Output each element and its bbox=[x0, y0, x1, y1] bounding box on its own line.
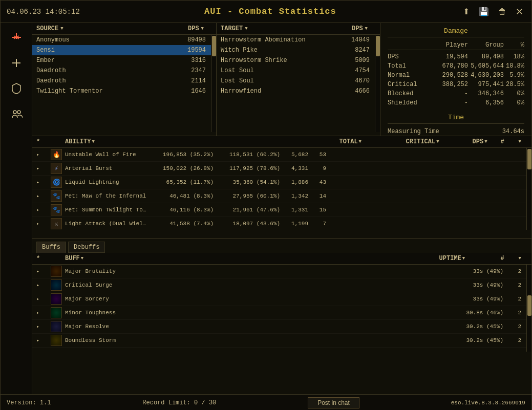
buff-row[interactable]: ▸ Critical Surge 33s (49%) 2 bbox=[32, 278, 531, 292]
target-sort-arrow: ▼ bbox=[245, 26, 247, 31]
source-row[interactable]: Anonymous89498 bbox=[32, 35, 216, 45]
buff-scrollbar-thumb[interactable] bbox=[527, 295, 531, 316]
top-panels: SOURCE ▼ DPS ▼ Anonymous89498Sensi19594E… bbox=[32, 23, 531, 136]
ability-name: Arterial Burst bbox=[65, 165, 147, 171]
buff-uptime: 30.2s (45%) bbox=[442, 337, 503, 343]
damage-stat-row: DPS19,59489,49818% bbox=[388, 52, 524, 61]
ability-total: 150,022 (26.8%) bbox=[147, 165, 214, 171]
target-rows: Harrowstorm Abomination14049Witch Pike82… bbox=[217, 35, 380, 96]
damage-stat-row: Blocked-346,3460% bbox=[388, 89, 524, 98]
buff-uptime: 30.8s (46%) bbox=[442, 310, 503, 316]
buff-uptime: 33s (49%) bbox=[442, 282, 503, 288]
ability-row[interactable]: ▸ 🌀 Liquid Lightning 65,352 (11.7%) 35,3… bbox=[32, 176, 531, 189]
buff-name: Major Brutality bbox=[65, 268, 442, 274]
source-row[interactable]: Ember3316 bbox=[32, 55, 216, 66]
target-row[interactable]: Harrowstorm Abomination14049 bbox=[217, 35, 380, 45]
main-content: SOURCE ▼ DPS ▼ Anonymous89498Sensi19594E… bbox=[1, 23, 531, 394]
sidebar-icon-crossbow[interactable] bbox=[7, 28, 26, 47]
target-row[interactable]: Witch Pike8247 bbox=[217, 45, 380, 55]
target-scrollbar[interactable] bbox=[375, 35, 380, 132]
target-scrollbar-thumb[interactable] bbox=[376, 36, 380, 56]
buff-icon bbox=[51, 293, 62, 305]
buff-count: 2 bbox=[503, 282, 521, 288]
ability-name: Liquid Lightning bbox=[65, 179, 147, 185]
target-dps-label: DPS bbox=[352, 25, 363, 32]
ability-rows-content: ▸ 🔥 Unstable Wall of Fire 196,853 (35.2%… bbox=[32, 148, 531, 230]
source-scrollbar[interactable] bbox=[211, 35, 216, 132]
ability-icon: 🐾 bbox=[51, 190, 62, 202]
buff-row[interactable]: ▸ Minor Toughness 30.8s (46%) 2 bbox=[32, 306, 531, 320]
ability-total: 65,352 (11.7%) bbox=[147, 179, 214, 185]
buff-scrollbar[interactable] bbox=[526, 265, 531, 352]
buff-row[interactable]: ▸ Major Sorcery 33s (49%) 2 bbox=[32, 292, 531, 306]
tab-debuffs[interactable]: Debuffs bbox=[68, 242, 105, 253]
ability-total: 46,116 (8.3%) bbox=[147, 207, 214, 213]
damage-stat-row: Normal290,5284,630,2035.9% bbox=[388, 71, 524, 80]
ability-total: 196,853 (35.2%) bbox=[147, 152, 214, 158]
ability-row[interactable]: ▸ 🔥 Unstable Wall of Fire 196,853 (35.2%… bbox=[32, 148, 531, 162]
target-row[interactable]: Harrowfiend4666 bbox=[217, 86, 380, 96]
ability-count: 53 bbox=[308, 152, 326, 158]
buff-icon bbox=[51, 266, 62, 277]
stats-panel: Damage Player Group % DPS19,59489,49818%… bbox=[380, 23, 531, 136]
ability-icon: ⚡ bbox=[51, 163, 62, 174]
tab-buffs[interactable]: Buffs bbox=[36, 242, 66, 253]
sidebar-icon-group[interactable] bbox=[7, 105, 26, 123]
buff-name: Major Sorcery bbox=[65, 296, 442, 302]
ability-col-total: TOTAL ▼ bbox=[339, 138, 406, 145]
sidebar-icon-shield[interactable] bbox=[7, 79, 26, 98]
source-row[interactable]: Sensi19594 bbox=[32, 45, 216, 55]
window-title: AUI - Combat Statistics bbox=[204, 7, 336, 16]
source-row[interactable]: Daedroth2347 bbox=[32, 66, 216, 76]
upload-button[interactable]: ⬆ bbox=[461, 6, 472, 17]
source-scrollbar-thumb[interactable] bbox=[212, 36, 216, 56]
source-sort-arrow: ▼ bbox=[60, 26, 63, 31]
buff-rows-content: ▸ Major Brutality 33s (49%) 2 ▸ Critical… bbox=[32, 265, 531, 348]
ability-dps: 1,342 bbox=[280, 193, 308, 199]
main-window: 04.06.23 14:05:12 AUI - Combat Statistic… bbox=[0, 0, 532, 410]
sidebar-icon-plus[interactable] bbox=[7, 54, 26, 72]
ability-dps: 1,199 bbox=[280, 221, 308, 227]
datetime-label: 04.06.23 14:05:12 bbox=[7, 8, 80, 16]
damage-col-player: Player bbox=[432, 41, 468, 49]
ability-row[interactable]: ▸ ⚔ Light Attack (Dual Wield) 41,538 (7.… bbox=[32, 217, 531, 230]
buff-count: 2 bbox=[503, 310, 521, 316]
target-row[interactable]: Lost Soul4754 bbox=[217, 66, 380, 76]
buff-count: 2 bbox=[503, 337, 521, 343]
source-dps-sort-arrow: ▼ bbox=[201, 26, 204, 31]
target-row[interactable]: Harrowstorm Shrike5009 bbox=[217, 55, 380, 66]
target-header: TARGET ▼ DPS ▼ bbox=[217, 23, 380, 35]
damage-header-row: Player Group % bbox=[388, 40, 524, 50]
ability-icon: ⚔ bbox=[51, 218, 62, 229]
ability-row[interactable]: ▸ 🐾 Pet: Maw of the Infernal 46,481 (8.3… bbox=[32, 189, 531, 203]
delete-button[interactable]: 🗑 bbox=[496, 6, 508, 17]
buff-row[interactable]: ▸ Major Resolve 30.2s (45%) 2 bbox=[32, 320, 531, 334]
source-panel: SOURCE ▼ DPS ▼ Anonymous89498Sensi19594E… bbox=[32, 23, 217, 136]
ability-row[interactable]: ▸ 🐾 Pet: Summon Twilight Torme... 46,116… bbox=[32, 203, 531, 217]
ability-icon: 🌀 bbox=[51, 177, 62, 188]
ability-critical: 18,097 (43.6%) bbox=[214, 221, 280, 227]
ability-scrollbar[interactable] bbox=[526, 148, 531, 230]
ability-critical: 118,531 (60.2%) bbox=[214, 152, 280, 158]
buff-count: 2 bbox=[503, 268, 521, 274]
buff-row[interactable]: ▸ Boundless Storm 30.2s (45%) 2 bbox=[32, 334, 531, 348]
ability-name: Pet: Maw of the Infernal bbox=[65, 193, 147, 199]
ability-dps: 5,682 bbox=[280, 152, 308, 158]
ability-total: 41,538 (7.4%) bbox=[147, 221, 214, 227]
ability-row[interactable]: ▸ ⚡ Arterial Burst 150,022 (26.8%) 117,9… bbox=[32, 162, 531, 176]
ability-dps: 1,331 bbox=[280, 207, 308, 213]
buff-row[interactable]: ▸ Major Brutality 33s (49%) 2 bbox=[32, 265, 531, 278]
target-col-label: TARGET bbox=[221, 25, 243, 32]
target-panel: TARGET ▼ DPS ▼ Harrowstorm Abomination14… bbox=[217, 23, 380, 136]
ability-count: 14 bbox=[308, 193, 326, 199]
source-row[interactable]: Twilight Tormentor1646 bbox=[32, 86, 216, 96]
source-row[interactable]: Daedroth2114 bbox=[32, 76, 216, 86]
ability-scrollbar-thumb[interactable] bbox=[527, 149, 531, 169]
bottom-bar: Version: 1.1 Record Limit: 0 / 30 Post i… bbox=[1, 394, 531, 410]
ability-critical: 21,961 (47.6%) bbox=[214, 207, 280, 213]
post-chat-button[interactable]: Post in chat bbox=[308, 397, 359, 408]
close-button[interactable]: ✕ bbox=[514, 5, 525, 18]
damage-col-group: Group bbox=[468, 41, 504, 49]
save-button[interactable]: 💾 bbox=[477, 6, 491, 17]
target-row[interactable]: Lost Soul4670 bbox=[217, 76, 380, 86]
